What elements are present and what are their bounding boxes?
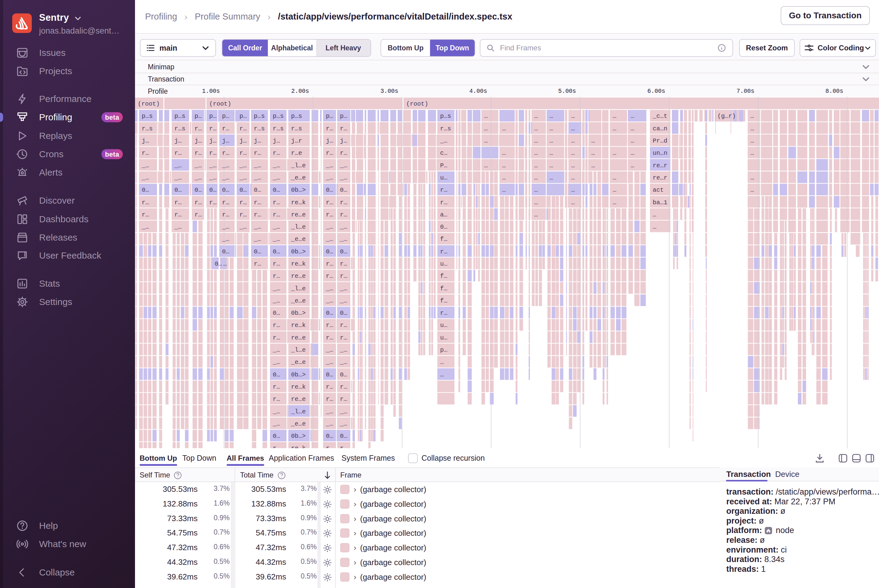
svg-text:_…: _…: [254, 162, 261, 169]
svg-text:r…: r…: [239, 211, 247, 218]
svg-text:j…: j…: [195, 137, 202, 144]
svg-text:0…: 0…: [326, 433, 333, 440]
svg-text:_l…e: _l…e: [291, 162, 306, 169]
svg-text:…: …: [223, 260, 227, 267]
svg-text:0…: 0…: [273, 248, 280, 255]
svg-text:_…: _…: [141, 162, 149, 169]
svg-text:r…: r…: [239, 150, 247, 157]
svg-text:_…: _…: [340, 408, 347, 415]
svg-text:0…: 0…: [222, 186, 229, 194]
svg-text:_…: _…: [222, 224, 229, 231]
svg-text:_…: _…: [326, 224, 333, 231]
svg-text:j…: j…: [273, 137, 280, 144]
svg-text:…: …: [550, 150, 553, 157]
svg-text:(root): (root): [138, 100, 160, 108]
svg-text:…: …: [534, 137, 538, 144]
svg-text:_…: _…: [340, 346, 347, 354]
svg-text:ca…n: ca…n: [653, 125, 667, 132]
svg-text:r…: r…: [273, 396, 280, 403]
svg-text:0…: 0…: [440, 224, 448, 231]
svg-text:0…: 0…: [273, 433, 280, 440]
svg-text:r…: r…: [340, 445, 347, 448]
svg-text:r…: r…: [239, 125, 247, 132]
svg-text:ba…1: ba…1: [653, 199, 667, 206]
svg-text:act: act: [653, 186, 664, 194]
svg-text:r…: r…: [195, 125, 202, 132]
svg-text:P…: P…: [440, 162, 448, 169]
svg-text:_…: _…: [272, 285, 280, 292]
svg-text:r…: r…: [273, 384, 280, 390]
svg-text:re…e: re…e: [291, 211, 306, 218]
svg-text:…: …: [571, 112, 575, 120]
svg-text:r…: r…: [273, 273, 280, 280]
svg-text:re…k: re…k: [291, 445, 306, 448]
svg-text:r…: r…: [440, 199, 448, 206]
svg-text:_…: _…: [340, 162, 347, 169]
svg-text:j…: j…: [340, 137, 347, 144]
svg-text:r…: r…: [340, 322, 347, 329]
svg-text:0…: 0…: [326, 248, 333, 255]
svg-text:a…: a…: [440, 211, 448, 218]
svg-text:_l…e: _l…e: [291, 285, 306, 292]
svg-text:_e…e: _e…e: [291, 297, 306, 304]
svg-text:_…: _…: [326, 346, 333, 354]
svg-text:p…s: p…s: [273, 112, 284, 120]
svg-text:p…: p…: [195, 112, 202, 120]
svg-text:r…: r…: [142, 150, 149, 157]
svg-text:j…: j…: [254, 137, 261, 144]
svg-text:0…: 0…: [340, 248, 347, 255]
svg-text:f…: f…: [440, 297, 448, 304]
svg-text:r…: r…: [174, 199, 182, 206]
svg-text:_…: _…: [340, 174, 347, 182]
svg-text:r…: r…: [326, 273, 333, 280]
svg-text:…: …: [534, 199, 538, 206]
svg-text:p…s: p…s: [142, 112, 153, 120]
svg-text:j…: j…: [142, 137, 149, 144]
svg-text:0…: 0…: [254, 248, 261, 255]
svg-text:_…: _…: [326, 162, 333, 169]
svg-text:…: …: [502, 186, 506, 194]
svg-text:_…: _…: [194, 162, 202, 169]
svg-text:r…s: r…s: [291, 125, 302, 132]
svg-text:…: …: [534, 162, 538, 169]
svg-text:c…: c…: [440, 150, 448, 157]
svg-text:_…: _…: [272, 236, 280, 243]
svg-text:r…: r…: [340, 384, 347, 390]
svg-text:r…s: r…s: [174, 125, 185, 132]
svg-text:_…: _…: [239, 174, 247, 182]
svg-text:_…: _…: [340, 224, 347, 231]
svg-text:_…: _…: [239, 162, 247, 169]
svg-text:…: …: [502, 125, 506, 132]
svg-text:…: …: [631, 112, 634, 120]
svg-text:r…: r…: [326, 445, 333, 448]
svg-text:_…: _…: [340, 420, 347, 428]
svg-text:_…: _…: [209, 174, 216, 182]
svg-text:p…: p…: [222, 112, 229, 120]
svg-text:…: …: [484, 112, 488, 120]
svg-text:0b…>: 0b…>: [291, 310, 306, 316]
svg-text:…: …: [534, 186, 538, 194]
svg-text:r…: r…: [142, 211, 149, 218]
svg-text:…: …: [631, 162, 634, 169]
svg-text:p…s: p…s: [291, 112, 302, 120]
svg-text:r…: r…: [222, 199, 229, 206]
svg-text:…: …: [484, 125, 488, 132]
svg-text:r…: r…: [340, 396, 347, 403]
svg-text:0…: 0…: [195, 186, 202, 194]
svg-text:_l…e: _l…e: [291, 224, 306, 231]
svg-text:…: …: [571, 162, 575, 169]
svg-text:r…: r…: [273, 334, 280, 341]
svg-text:…: …: [440, 371, 444, 378]
svg-text:re…e: re…e: [291, 273, 306, 280]
svg-text:…: …: [750, 112, 754, 120]
svg-text:…: …: [750, 137, 754, 144]
svg-text:…: …: [571, 199, 575, 206]
svg-text:…: …: [613, 125, 616, 132]
svg-text:r…: r…: [340, 199, 347, 206]
svg-text:re…r: re…r: [653, 162, 667, 169]
svg-text:r…: r…: [326, 150, 333, 157]
svg-text:_…: _…: [326, 408, 333, 415]
svg-text:0…: 0…: [326, 371, 333, 378]
svg-text:0b…>: 0b…>: [291, 433, 306, 440]
svg-text:f…: f…: [440, 236, 448, 243]
